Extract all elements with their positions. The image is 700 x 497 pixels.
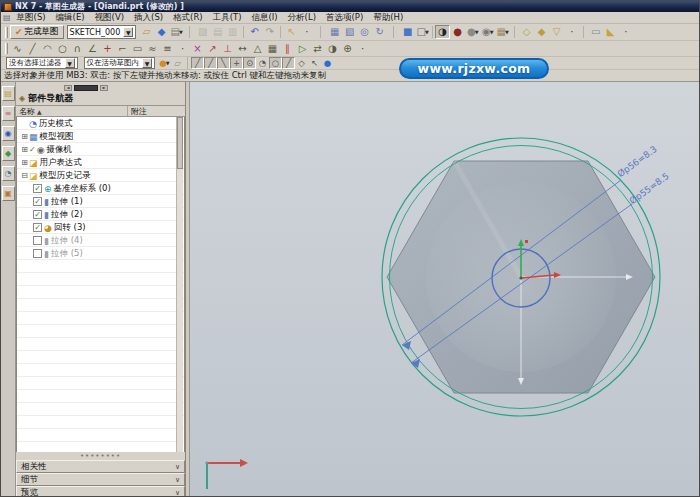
toolbar-grip[interactable]	[5, 43, 8, 54]
rotate-view-icon[interactable]: ↻	[372, 25, 387, 39]
history-icon[interactable]: ◔	[2, 166, 15, 181]
tree-item[interactable]: ⊞✓◉摄像机	[17, 143, 184, 156]
undo-icon[interactable]: ↶	[247, 25, 262, 39]
expand-icon[interactable]: ⊞	[20, 132, 29, 141]
zoom-window-icon[interactable]: ▧	[342, 25, 357, 39]
tree-item[interactable]: ✓⊕基准坐标系 (0)	[17, 182, 184, 195]
tree-item[interactable]: ◔历史模式	[17, 117, 184, 130]
section-preview[interactable]: 预览∨	[16, 486, 185, 497]
scroll-right-icon[interactable]: ►	[100, 85, 108, 91]
assembly-navigator-icon[interactable]: ▤	[2, 86, 15, 101]
tree-item[interactable]: ⊞◪用户表达式	[17, 156, 184, 169]
chevron-down-icon[interactable]: ▼	[505, 30, 509, 35]
face-analysis-icon[interactable]: ◉▼	[480, 25, 495, 39]
animate-dimension-icon[interactable]: ▷	[295, 42, 310, 56]
chevron-down-icon[interactable]: ▼	[65, 58, 75, 68]
checkbox-unchecked[interactable]	[33, 249, 42, 258]
more-options-2-icon[interactable]: ·	[564, 25, 579, 39]
studio-render-icon[interactable]: ●	[450, 25, 465, 39]
tree-item[interactable]: ▮拉伸 (4)	[17, 234, 184, 247]
checkbox-unchecked[interactable]	[33, 236, 42, 245]
chevron-down-icon[interactable]: ▼	[142, 58, 152, 68]
toolbar-grip[interactable]	[5, 27, 8, 38]
sphere-point-icon[interactable]: ●	[321, 57, 334, 69]
menu-sketch[interactable]: 草图(S)	[13, 12, 50, 24]
chevron-down-icon[interactable]: ▼	[425, 30, 429, 35]
fillet-icon[interactable]: ∩	[70, 42, 85, 56]
scrollbar-thumb[interactable]	[74, 85, 98, 91]
point-icon[interactable]: +	[100, 42, 115, 56]
point-on-face-snap-icon[interactable]: ◇	[295, 57, 308, 69]
sketch-style-icon[interactable]: ▤▼	[169, 25, 184, 39]
convert-to-reference-icon[interactable]: ⇄	[310, 42, 325, 56]
section-dependencies[interactable]: 相关性∨	[16, 460, 185, 473]
panel-horizontal-scrollbar[interactable]: ◄ ►	[64, 84, 116, 91]
constraint-navigator-icon[interactable]: ≡	[2, 106, 15, 121]
menu-view[interactable]: 视图(V)	[91, 12, 128, 24]
intersection-snap-icon[interactable]: +	[230, 57, 243, 69]
shaded-toggle-icon[interactable]: ◑	[435, 25, 450, 39]
selection-filter-combo[interactable]: 没有选择过滤器 ▼	[6, 57, 78, 69]
make-corner-icon[interactable]: ⌐	[115, 42, 130, 56]
chevron-down-icon[interactable]: ∨	[175, 489, 180, 497]
work-plane-icon[interactable]: ▱	[171, 57, 184, 69]
menu-information[interactable]: 信息(I)	[247, 12, 281, 24]
chevron-down-icon[interactable]: ∨	[175, 476, 180, 484]
orient-view-iso-icon[interactable]: ▽	[549, 25, 564, 39]
graphics-viewport[interactable]: Øp56=8.3 Øp55=8.5	[190, 82, 699, 497]
selection-scope-combo[interactable]: 仅在活动草图内 ▼	[84, 57, 156, 69]
profile-icon[interactable]: ∿	[10, 42, 25, 56]
more-curves-icon[interactable]: ·	[175, 42, 190, 56]
auto-constrain-icon[interactable]: ∥	[280, 42, 295, 56]
scroll-left-icon[interactable]: ◄	[64, 85, 72, 91]
tree-item[interactable]: ✓▮拉伸 (2)	[17, 208, 184, 221]
chevron-down-icon[interactable]: ▼	[490, 30, 494, 35]
expand-icon[interactable]: ⊞	[20, 158, 29, 167]
tree-item[interactable]: ▮拉伸 (5)	[17, 247, 184, 260]
chevron-down-icon[interactable]: ▼	[123, 27, 133, 37]
chevron-down-icon[interactable]: ▼	[475, 30, 479, 35]
sketch-name-combo[interactable]: SKETCH_000 ▼	[67, 25, 137, 39]
continuous-auto-dim-icon[interactable]: ⊕	[340, 42, 355, 56]
circle-icon[interactable]: ○	[55, 42, 70, 56]
expand-icon[interactable]: ⊞	[20, 145, 29, 154]
document-icon[interactable]: ▤	[3, 14, 11, 22]
part-navigator-icon[interactable]: ◉	[2, 126, 15, 141]
offset-curve-icon[interactable]: ≡	[160, 42, 175, 56]
chevron-down-icon[interactable]: ∨	[175, 463, 180, 471]
auto-dimension-icon[interactable]: △	[250, 42, 265, 56]
line-icon[interactable]: ╱	[25, 42, 40, 56]
shaded-view-icon[interactable]: ■	[400, 25, 415, 39]
alternate-solution-icon[interactable]: ◑	[325, 42, 340, 56]
scrollbar-thumb[interactable]	[177, 117, 183, 169]
orient-to-sketch-icon[interactable]: ◆	[154, 25, 169, 39]
cursor-location-icon[interactable]: ↖	[308, 57, 321, 69]
finish-sketch-button[interactable]: ✔ 完成草图	[10, 25, 64, 39]
column-comment[interactable]: 附注	[128, 106, 185, 116]
menu-tools[interactable]: 工具(T)	[209, 12, 246, 24]
sketch-origin-point[interactable]	[519, 276, 522, 279]
chevron-down-icon[interactable]: ▼	[166, 61, 170, 66]
section-details[interactable]: 细节∨	[16, 473, 185, 486]
reuse-library-icon[interactable]: ◆	[2, 146, 15, 161]
checkbox-checked[interactable]: ✓	[33, 223, 42, 232]
existing-point-snap-icon[interactable]: ○	[269, 57, 282, 69]
rectangle-icon[interactable]: ▭	[130, 42, 145, 56]
inferred-constraints-icon[interactable]: ⊥	[220, 42, 235, 56]
panel-resize-handle[interactable]: ••••••••	[16, 452, 185, 460]
point-on-curve-snap-icon[interactable]: ╱	[282, 57, 295, 69]
quick-extend-icon[interactable]: ↗	[205, 42, 220, 56]
snap-point-options-icon[interactable]: ●▼	[158, 57, 171, 69]
quadrant-snap-icon[interactable]: ◔	[256, 57, 269, 69]
menu-edit[interactable]: 编辑(E)	[52, 12, 89, 24]
orient-view-front-icon[interactable]: ◆	[534, 25, 549, 39]
redo-icon[interactable]: ↷	[262, 25, 277, 39]
analysis-render-icon[interactable]: ●▼	[465, 25, 480, 39]
sketch-canvas[interactable]: Øp56=8.3 Øp55=8.5	[190, 82, 699, 497]
fit-view-icon[interactable]: ▦	[327, 25, 342, 39]
orient-view-top-icon[interactable]: ◇	[519, 25, 534, 39]
checkbox-checked[interactable]: ✓	[33, 184, 42, 193]
checkbox-checked[interactable]: ✓	[33, 210, 42, 219]
chevron-down-icon[interactable]: ▼	[179, 30, 183, 35]
tree-item[interactable]: ✓◕回转 (3)	[17, 221, 184, 234]
